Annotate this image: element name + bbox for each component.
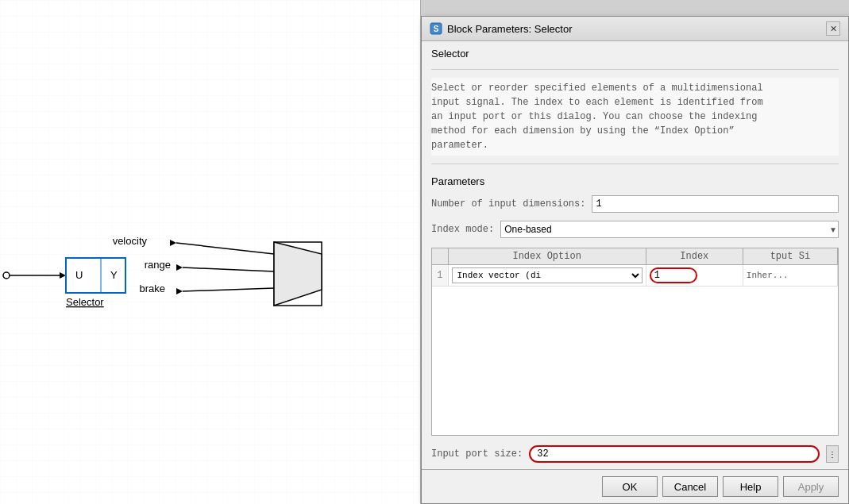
col-header-index: Index (646, 248, 743, 265)
input-port-row: Input port size: ⋮ (431, 445, 839, 463)
velocity-label: velocity (113, 235, 148, 247)
divider-2 (431, 164, 839, 164)
description-text: Select or reorder specified elements of … (431, 78, 839, 156)
range-label: range (145, 259, 171, 271)
parameters-section: Parameters (431, 175, 839, 187)
svg-rect-0 (0, 0, 420, 504)
input-port-input[interactable] (529, 445, 820, 463)
table-row: 1 Index vector (di Inher (432, 265, 838, 287)
index-mode-row: Index mode: One-based Zero-based ▼ (431, 221, 839, 238)
index-value-cell (646, 265, 743, 287)
index-value-input[interactable] (650, 267, 697, 283)
num-dimensions-input[interactable] (592, 195, 839, 213)
index-mode-select[interactable]: One-based Zero-based (500, 221, 839, 238)
dialog-titlebar: S Block Parameters: Selector ✕ (422, 17, 848, 41)
title-left: S Block Parameters: Selector (430, 22, 573, 35)
divider-1 (431, 69, 839, 70)
brake-label: brake (139, 283, 165, 294)
index-table-container: Index Option Index tput Si 1 Index vecto… (431, 248, 839, 436)
dialog-body: Selector Select or reorder specified ele… (422, 41, 848, 469)
dialog-icon: S (430, 22, 442, 35)
num-dimensions-row: Number of input dimensions: (431, 195, 839, 213)
index-option-select[interactable]: Index vector (di (452, 267, 643, 283)
num-dimensions-label: Number of input dimensions: (431, 198, 585, 210)
selector-label: Selector (66, 296, 104, 308)
u-label: U (75, 269, 83, 281)
row-num-1: 1 (432, 265, 448, 287)
index-mode-select-wrapper: One-based Zero-based ▼ (500, 221, 839, 238)
help-button[interactable]: Help (723, 476, 778, 497)
col-header-index-option: Index Option (448, 248, 646, 265)
index-mode-label: Index mode: (431, 224, 494, 235)
dialog-title: Block Parameters: Selector (447, 23, 573, 35)
diagram-svg: U Y Selector velocity range brake (0, 0, 420, 504)
apply-button[interactable]: Apply (783, 476, 839, 497)
output-size-cell: Inher... (743, 265, 837, 287)
y-label: Y (110, 269, 118, 281)
table-header-row: Index Option Index tput Si (432, 248, 838, 265)
close-button[interactable]: ✕ (826, 21, 840, 36)
block-name-label: Selector (431, 48, 839, 60)
dialog-footer: OK Cancel Help Apply (422, 469, 848, 503)
input-port-input-wrapper (529, 445, 820, 463)
cancel-button[interactable]: Cancel (662, 476, 718, 497)
input-port-menu-button[interactable]: ⋮ (826, 445, 839, 463)
svg-text:S: S (434, 25, 439, 33)
index-option-cell: Index vector (di (448, 265, 646, 287)
ok-button[interactable]: OK (602, 476, 658, 497)
index-table: Index Option Index tput Si 1 Index vecto… (432, 248, 838, 287)
col-header-num (432, 248, 448, 265)
index-option-inner: Index vector (di (452, 267, 643, 283)
block-params-dialog: S Block Parameters: Selector ✕ Selector … (421, 16, 849, 504)
col-header-tput-si: tput Si (743, 248, 837, 265)
input-port-label: Input port size: (431, 448, 523, 460)
output-size-text: Inher... (747, 271, 789, 280)
simulink-canvas: U Y Selector velocity range brake (0, 0, 421, 504)
